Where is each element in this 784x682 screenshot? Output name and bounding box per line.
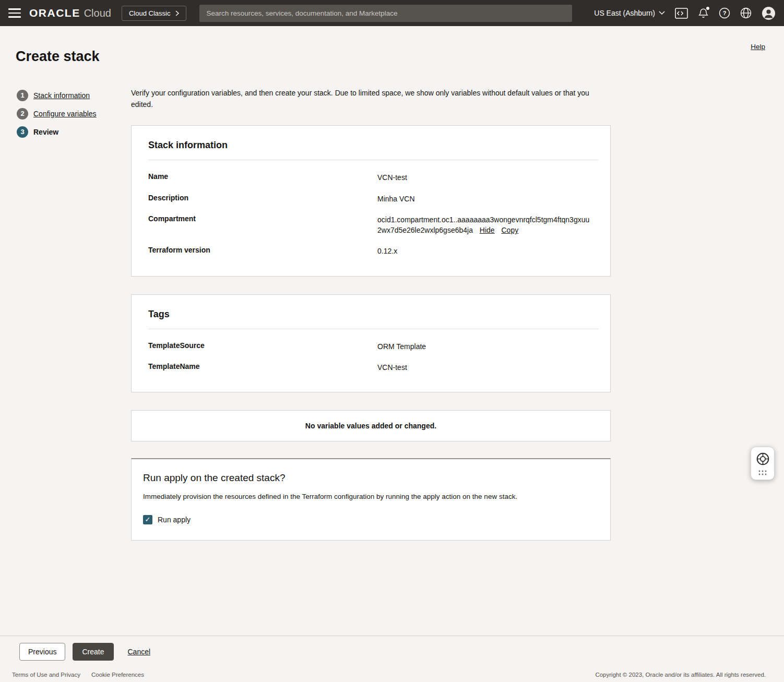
page-footer: Terms of Use and Privacy Cookie Preferen… xyxy=(0,667,784,682)
field-row-terraform-version: Terraform version 0.12.x xyxy=(148,241,593,261)
step-1-label: Stack information xyxy=(33,91,90,100)
hamburger-menu-icon[interactable] xyxy=(8,8,21,18)
step-2-circle: 2 xyxy=(17,108,28,119)
field-label: Name xyxy=(148,172,377,183)
field-row-description: Description Minha VCN xyxy=(148,188,593,209)
field-value: 0.12.x xyxy=(377,246,397,256)
field-value: ORM Template xyxy=(377,341,426,352)
field-label: TemplateSource xyxy=(148,341,377,352)
field-label: TemplateName xyxy=(148,362,377,373)
tags-rows: TemplateSource ORM Template TemplateName… xyxy=(132,329,610,392)
globe-icon[interactable] xyxy=(740,7,752,19)
search-input[interactable] xyxy=(199,5,572,22)
copy-link[interactable]: Copy xyxy=(502,226,519,234)
page-title: Create stack xyxy=(16,49,100,65)
terms-link[interactable]: Terms of Use and Privacy xyxy=(12,672,80,678)
content: 1 Stack information 2 Configure variable… xyxy=(0,86,784,558)
life-ring-icon xyxy=(756,452,770,466)
field-value: VCN-test xyxy=(377,362,407,373)
run-apply-label: Run apply xyxy=(158,516,191,524)
field-value: Minha VCN xyxy=(377,194,415,204)
tags-panel: Tags TemplateSource ORM Template Templat… xyxy=(131,294,611,393)
field-row-name: Name VCN-test xyxy=(148,167,593,188)
review-main: Verify your configuration variables, and… xyxy=(131,86,611,558)
run-apply-row: ✓ Run apply xyxy=(132,502,610,540)
field-label: Description xyxy=(148,194,377,204)
help-icon[interactable]: ? xyxy=(719,7,730,19)
run-apply-panel: Run apply on the created stack? Immediat… xyxy=(131,458,611,540)
cloud-classic-button[interactable]: Cloud Classic xyxy=(122,6,186,21)
stack-information-rows: Name VCN-test Description Minha VCN Comp… xyxy=(132,160,610,276)
global-search xyxy=(199,5,572,22)
cloud-shell-icon[interactable] xyxy=(675,8,688,19)
brand-oracle: ORACLE xyxy=(29,7,80,19)
step-review[interactable]: 3 Review xyxy=(17,126,131,138)
copyright-text: Copyright © 2023, Oracle and/or its affi… xyxy=(595,672,766,678)
field-value: VCN-test xyxy=(377,172,407,183)
field-row-template-source: TemplateSource ORM Template xyxy=(148,336,593,357)
review-intro-text: Verify your configuration variables, and… xyxy=(131,88,596,110)
user-avatar[interactable] xyxy=(762,6,776,20)
chevron-right-icon xyxy=(175,10,179,16)
create-button[interactable]: Create xyxy=(73,643,113,661)
svg-text:?: ? xyxy=(723,10,727,16)
step-1-circle: 1 xyxy=(17,90,28,101)
help-link[interactable]: Help xyxy=(751,43,765,51)
notifications-bell-icon[interactable] xyxy=(698,7,709,19)
previous-button[interactable]: Previous xyxy=(19,643,65,661)
wizard-stepper: 1 Stack information 2 Configure variable… xyxy=(17,86,131,558)
drag-dots-icon xyxy=(757,470,768,476)
brand-cloud: Cloud xyxy=(84,7,111,19)
field-row-template-name: TemplateName VCN-test xyxy=(148,357,593,378)
page-header: Create stack Help xyxy=(0,26,784,86)
step-stack-information[interactable]: 1 Stack information xyxy=(17,90,131,101)
field-row-compartment: Compartment ocid1.compartment.oc1..aaaaa… xyxy=(148,209,593,241)
support-widget[interactable] xyxy=(751,447,775,480)
step-3-circle: 3 xyxy=(17,126,28,138)
chevron-down-icon xyxy=(659,11,665,15)
no-variables-notice: No variable values added or changed. xyxy=(131,410,611,441)
cancel-link[interactable]: Cancel xyxy=(128,648,151,656)
run-apply-checkbox[interactable]: ✓ xyxy=(143,515,152,524)
step-3-label: Review xyxy=(33,128,58,136)
region-label: US East (Ashburn) xyxy=(594,9,655,17)
field-label: Compartment xyxy=(148,214,377,236)
stack-information-title: Stack information xyxy=(132,126,610,160)
check-icon: ✓ xyxy=(145,516,151,523)
topbar: ORACLE Cloud Cloud Classic US East (Ashb… xyxy=(0,0,784,26)
step-2-label: Configure variables xyxy=(33,110,97,118)
field-value: ocid1.compartment.oc1..aaaaaaaa3wongevnr… xyxy=(377,214,593,236)
tags-title: Tags xyxy=(132,295,610,329)
stack-information-panel: Stack information Name VCN-test Descript… xyxy=(131,125,611,276)
run-apply-title: Run apply on the created stack? xyxy=(132,459,610,484)
cookie-preferences-link[interactable]: Cookie Preferences xyxy=(91,672,144,678)
notification-dot xyxy=(706,7,709,10)
region-selector[interactable]: US East (Ashburn) xyxy=(594,9,665,17)
field-label: Terraform version xyxy=(148,246,377,256)
wizard-action-bar: Previous Create Cancel xyxy=(0,636,784,667)
oracle-cloud-logo: ORACLE Cloud xyxy=(29,7,111,19)
hide-link[interactable]: Hide xyxy=(480,226,495,234)
cloud-classic-label: Cloud Classic xyxy=(129,9,170,17)
topbar-actions: US East (Ashburn) ? xyxy=(594,6,776,20)
run-apply-description: Immediately provision the resources defi… xyxy=(132,484,610,502)
step-configure-variables[interactable]: 2 Configure variables xyxy=(17,108,131,119)
